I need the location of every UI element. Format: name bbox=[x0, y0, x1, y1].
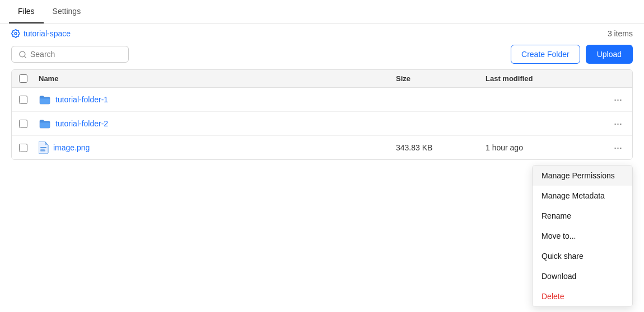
svg-rect-4 bbox=[40, 149, 45, 150]
row-checkbox[interactable] bbox=[19, 96, 27, 104]
breadcrumb-label: tutorial-space bbox=[24, 29, 71, 38]
table-row: image.png 343.83 KB 1 hour ago ··· bbox=[12, 136, 632, 159]
row-name-cell: image.png bbox=[34, 141, 391, 154]
context-menu-item-quick-share[interactable]: Quick share bbox=[533, 246, 632, 266]
header-size: Size bbox=[391, 74, 481, 83]
table-row: tutorial-folder-1 ··· bbox=[12, 88, 632, 112]
header-last-modified: Last modified bbox=[481, 74, 604, 83]
search-box[interactable] bbox=[11, 46, 129, 63]
tab-settings[interactable]: Settings bbox=[44, 0, 90, 23]
context-menu: Manage Permissions Manage Metadata Renam… bbox=[532, 165, 633, 307]
breadcrumb-bar: tutorial-space 3 items bbox=[0, 23, 644, 41]
search-icon bbox=[18, 50, 27, 59]
header-name: Name bbox=[34, 74, 391, 83]
svg-line-2 bbox=[24, 56, 26, 58]
page-container: Files Settings tutorial-space 3 items Cr… bbox=[0, 0, 644, 312]
folder-icon bbox=[39, 94, 51, 105]
row-more-button[interactable]: ··· bbox=[610, 93, 626, 106]
toolbar-actions: Create Folder Upload bbox=[511, 45, 633, 64]
select-all-checkbox[interactable] bbox=[19, 74, 27, 83]
table-row: tutorial-folder-2 ··· bbox=[12, 112, 632, 136]
row-checkbox-cell bbox=[12, 144, 34, 152]
folder-icon bbox=[39, 119, 51, 129]
folder-name-link[interactable]: tutorial-folder-1 bbox=[39, 94, 387, 105]
header-checkbox-cell bbox=[12, 74, 34, 83]
row-size-cell: 343.83 KB bbox=[391, 143, 481, 152]
file-table: Name Size Last modified tutorial-folder-… bbox=[11, 69, 633, 160]
row-actions-cell: ··· bbox=[604, 117, 632, 130]
row-name-cell: tutorial-folder-1 bbox=[34, 94, 391, 105]
context-menu-item-manage-metadata[interactable]: Manage Metadata bbox=[533, 186, 632, 206]
row-actions-cell: ··· bbox=[604, 141, 632, 154]
row-more-button[interactable]: ··· bbox=[610, 141, 626, 154]
context-menu-item-rename[interactable]: Rename bbox=[533, 206, 632, 226]
row-checkbox-cell bbox=[12, 120, 34, 128]
upload-button[interactable]: Upload bbox=[586, 45, 633, 64]
row-modified-cell: 1 hour ago bbox=[481, 143, 604, 152]
tabs-bar: Files Settings bbox=[0, 0, 644, 23]
svg-point-0 bbox=[15, 32, 17, 35]
gear-icon bbox=[11, 29, 20, 38]
create-folder-button[interactable]: Create Folder bbox=[511, 45, 580, 64]
context-menu-item-delete[interactable]: Delete bbox=[533, 286, 632, 306]
search-input[interactable] bbox=[30, 50, 122, 59]
row-checkbox-cell bbox=[12, 96, 34, 104]
context-menu-item-download[interactable]: Download bbox=[533, 266, 632, 286]
row-more-button[interactable]: ··· bbox=[610, 117, 626, 130]
breadcrumb[interactable]: tutorial-space bbox=[11, 29, 71, 38]
items-count: 3 items bbox=[608, 29, 633, 38]
toolbar: Create Folder Upload bbox=[0, 41, 644, 69]
context-menu-item-move-to[interactable]: Move to... bbox=[533, 226, 632, 246]
context-menu-item-manage-permissions[interactable]: Manage Permissions bbox=[533, 166, 632, 186]
row-checkbox[interactable] bbox=[19, 144, 27, 152]
folder-name-link[interactable]: tutorial-folder-2 bbox=[39, 119, 387, 129]
row-name-cell: tutorial-folder-2 bbox=[34, 119, 391, 129]
tab-files[interactable]: Files bbox=[9, 0, 44, 23]
table-header: Name Size Last modified bbox=[12, 70, 632, 88]
svg-rect-3 bbox=[40, 147, 46, 148]
row-actions-cell: ··· bbox=[604, 93, 632, 106]
row-checkbox[interactable] bbox=[19, 120, 27, 128]
file-icon bbox=[39, 141, 49, 154]
svg-rect-5 bbox=[40, 150, 45, 152]
file-name-link[interactable]: image.png bbox=[39, 141, 387, 154]
